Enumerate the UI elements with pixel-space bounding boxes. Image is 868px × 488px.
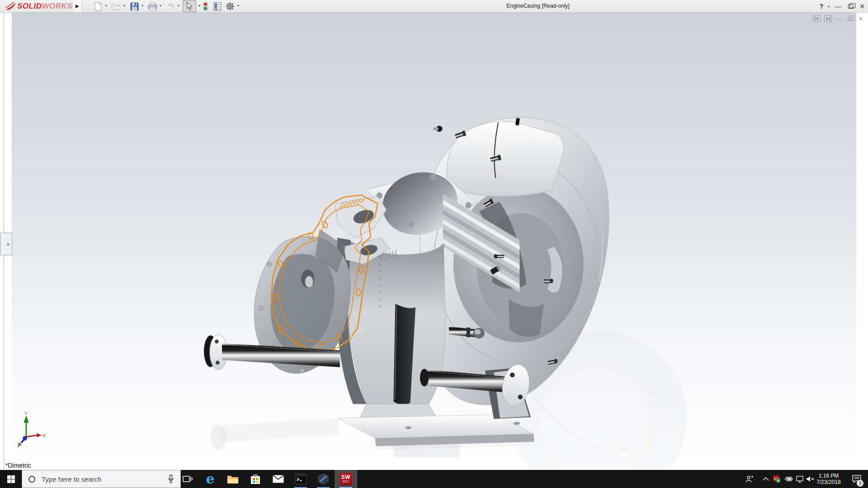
file-explorer-icon [227, 474, 239, 484]
new-dropdown-arrow[interactable]: ▼ [104, 4, 108, 7]
help-dropdown-arrow[interactable]: ▼ [826, 5, 831, 8]
solidworks-app-icon: SW 2017 [340, 473, 352, 485]
pane-right-icon [826, 17, 830, 21]
taskbar-app-edge[interactable]: e [199, 470, 222, 488]
triad-y-label: Y [24, 411, 28, 416]
feature-pane-handle[interactable] [0, 233, 12, 255]
sw-icon-text: SW [341, 475, 350, 480]
battery-icon [784, 476, 793, 482]
store-icon [250, 474, 260, 484]
restore-icon [848, 5, 853, 9]
document-window-controls: — ✕ [813, 15, 864, 22]
taskbar-app-solidworks[interactable]: SW 2017 [335, 470, 357, 488]
task-view-icon [183, 475, 193, 483]
graphics-viewport[interactable]: Y X *Dimetric [0, 13, 868, 470]
solidworks-resource-monitor[interactable]: SW [771, 470, 782, 488]
pane-handle-dot-icon [7, 243, 9, 246]
menu-flyout-button[interactable]: ▶ [72, 0, 82, 12]
clock-time: 1:16 PM [819, 473, 839, 479]
task-view-button[interactable] [176, 470, 199, 488]
undo-dropdown-arrow[interactable]: ▼ [176, 4, 181, 7]
save-floppy-icon [130, 2, 139, 11]
open-dropdown-arrow[interactable]: ▼ [122, 4, 127, 7]
new-document-icon [94, 2, 102, 11]
traffic-light-icon [203, 2, 208, 11]
edge-icon: e [206, 473, 214, 485]
taskbar-app-store[interactable] [244, 470, 267, 488]
document-minimize-button[interactable]: — [835, 15, 843, 22]
new-document-button[interactable] [92, 0, 104, 12]
windows-logo-icon [7, 475, 15, 483]
interference-check-button[interactable] [201, 0, 210, 12]
file-properties-button[interactable] [212, 0, 223, 12]
titlebar: SOLIDWORKS ▶ ▼ ▼ [0, 0, 868, 13]
open-folder-icon [111, 2, 121, 10]
options-dropdown-arrow[interactable]: ▼ [236, 4, 241, 7]
document-close-button[interactable]: ✕ [857, 15, 864, 22]
taskbar-app-file-explorer[interactable] [222, 470, 244, 488]
print-dropdown-arrow[interactable]: ▼ [158, 4, 163, 7]
taskbar-app-mail[interactable] [267, 470, 289, 488]
print-icon [148, 2, 157, 11]
hexagon-app-icon [317, 473, 329, 485]
taskbar-clock[interactable]: 1:16 PM 7/23/2018 [811, 470, 846, 488]
3d-scene: Y X [0, 13, 868, 470]
solidworks-rx-icon: SW [773, 475, 781, 483]
mail-icon [273, 475, 284, 483]
file-properties-icon [213, 2, 222, 11]
print-button[interactable] [146, 0, 158, 12]
notification-badge: 3 [857, 480, 863, 487]
gear-icon [226, 2, 235, 11]
solidworks-logo: SOLIDWORKS [5, 1, 72, 12]
document-restore-button[interactable] [846, 15, 854, 22]
cortana-icon [28, 476, 35, 483]
close-button[interactable]: ✕ [857, 2, 867, 11]
collapse-pane-right-button[interactable] [824, 15, 832, 22]
save-dropdown-arrow[interactable]: ▼ [140, 4, 145, 7]
chevron-up-icon [763, 477, 769, 481]
undo-icon [166, 3, 175, 10]
minimize-button[interactable]: — [833, 2, 843, 11]
clock-date: 7/23/2018 [816, 479, 840, 485]
collapse-pane-left-button[interactable] [813, 15, 821, 22]
battery-status[interactable] [783, 470, 794, 488]
pane-left-icon [814, 17, 819, 21]
undo-button[interactable] [165, 0, 176, 12]
open-button[interactable] [110, 0, 122, 12]
view-orientation-label: *Dimetric [5, 462, 31, 469]
save-button[interactable] [128, 0, 140, 12]
options-button[interactable] [224, 0, 236, 12]
restore-button[interactable] [845, 2, 855, 11]
tray-overflow-button[interactable] [760, 470, 771, 488]
taskbar-search[interactable] [22, 470, 181, 488]
document-restore-icon [848, 17, 852, 21]
brand-text-solid: SOLID [17, 2, 42, 11]
window-title: EngineCasing [Read-only] [470, 3, 606, 9]
help-button[interactable]: ? [816, 2, 826, 11]
taskbar-app-hexagon[interactable] [312, 470, 335, 488]
people-icon [745, 475, 754, 483]
microphone-icon[interactable] [168, 474, 174, 483]
brand-text-works: WORKS [42, 2, 72, 11]
start-button[interactable] [0, 470, 22, 488]
sw-icon-year: 2017 [342, 480, 349, 483]
select-tool-button[interactable] [183, 0, 196, 12]
search-input[interactable] [41, 475, 168, 483]
windows-taskbar: e [0, 470, 868, 488]
taskbar-app-command-prompt[interactable] [289, 470, 312, 488]
network-status[interactable] [794, 470, 805, 488]
people-button[interactable] [744, 470, 755, 488]
select-cursor-icon [187, 2, 193, 10]
action-center-button[interactable]: 3 [849, 470, 864, 488]
network-icon [796, 476, 804, 483]
solidworks-window: SOLIDWORKS ▶ ▼ ▼ [0, 0, 868, 488]
triad-x-label: X [42, 433, 46, 438]
command-prompt-icon [295, 474, 307, 484]
ds-swoosh-icon [5, 1, 17, 11]
